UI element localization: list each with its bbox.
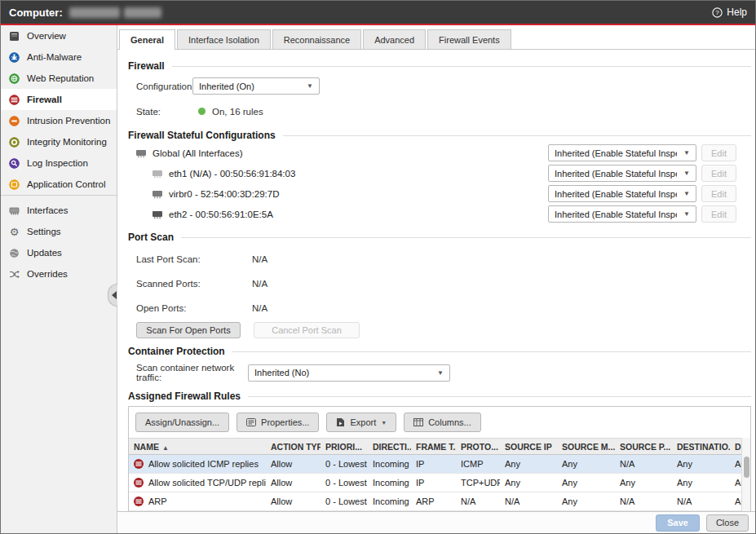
properties-label: Properties... (261, 417, 309, 427)
sidebar-item-integrity-monitoring[interactable]: Integrity Monitoring (1, 131, 117, 152)
stateful-value: Inherited (Enable Stateful Inspection) (555, 169, 677, 179)
scrollbar-thumb[interactable] (744, 457, 749, 478)
rule-name: ARP (148, 496, 167, 506)
chevron-down-icon: ▼ (683, 149, 690, 157)
cancel-port-scan-button[interactable]: Cancel Port Scan (254, 322, 360, 338)
properties-icon (246, 417, 256, 427)
gear-icon: ⚙ (9, 227, 20, 237)
columns-button[interactable]: Columns... (404, 413, 481, 432)
firewall-section-heading: Firewall (128, 60, 751, 72)
sidebar-collapse-handle[interactable] (108, 284, 117, 307)
firewall-rule-icon (134, 478, 144, 488)
state-label: State: (136, 107, 192, 117)
column-header-source-ip[interactable]: SOURCE IP (500, 439, 557, 455)
sidebar-item-label: Log Inspection (27, 158, 88, 168)
open-ports-value: N/A (252, 303, 267, 313)
sidebar-item-label: Interfaces (27, 205, 69, 215)
svg-text:?: ? (716, 9, 720, 16)
stateful-dropdown-virbr0[interactable]: Inherited (Enable Stateful Inspection)▼ (548, 185, 696, 202)
tab-interface-isolation[interactable]: Interface Isolation (177, 29, 271, 49)
column-header-de[interactable]: DE (730, 439, 741, 455)
configuration-dropdown[interactable]: Inherited (On) ▼ (192, 77, 320, 95)
section-title: Firewall Stateful Configurations (128, 130, 276, 141)
window-title: Computer: (9, 7, 63, 19)
table-vertical-scrollbar[interactable] (741, 438, 750, 511)
stateful-value: Inherited (Enable Stateful Inspection) (555, 148, 677, 158)
port-scan-section-heading: Port Scan (128, 232, 751, 243)
sidebar-item-label: Updates (27, 248, 62, 258)
edit-button-eth1[interactable]: Edit (701, 165, 736, 182)
stateful-row-label: virbr0 - 52:54:00:3D:29:7D (169, 189, 280, 199)
last-port-scan-label: Last Port Scan: (136, 254, 252, 264)
configuration-label: Configuration: (136, 82, 192, 91)
chevron-down-icon: ▼ (683, 210, 690, 218)
column-header-frame-type[interactable]: FRAME T... (411, 439, 456, 455)
save-button[interactable]: Save (656, 514, 700, 532)
sidebar-item-overrides[interactable]: Overrides (1, 263, 117, 285)
tab-advanced[interactable]: Advanced (363, 29, 426, 49)
sidebar-item-application-control[interactable]: Application Control (1, 174, 117, 195)
stateful-value: Inherited (Enable Stateful Inspection) (555, 210, 677, 219)
sidebar-item-updates[interactable]: Updates (1, 242, 117, 263)
container-traffic-dropdown[interactable]: Inherited (No) ▼ (248, 364, 450, 382)
section-title: Assigned Firewall Rules (128, 391, 241, 402)
column-header-priority[interactable]: PRIORI... (321, 439, 368, 455)
chevron-down-icon: ▼ (307, 82, 313, 90)
globe-icon (9, 73, 20, 84)
firewall-icon (9, 95, 20, 105)
sidebar-item-label: Anti-Malware (27, 52, 82, 62)
sidebar-item-overview[interactable]: Overview (1, 25, 117, 46)
chevron-down-icon: ▼ (683, 190, 690, 197)
column-header-source-mac[interactable]: SOURCE M... (557, 439, 615, 455)
network-global-icon (135, 148, 147, 158)
sidebar-item-firewall[interactable]: Firewall (1, 89, 117, 110)
intrusion-icon (9, 116, 20, 126)
sidebar-item-log-inspection[interactable]: Log Inspection (1, 152, 117, 174)
properties-button[interactable]: Properties... (237, 413, 319, 432)
tab-general[interactable]: General (119, 29, 175, 50)
sidebar-item-anti-malware[interactable]: Anti-Malware (1, 46, 117, 68)
stateful-value: Inherited (Enable Stateful Inspection) (555, 189, 677, 199)
column-header-direction[interactable]: DIRECTI... (368, 439, 411, 455)
column-header-name[interactable]: NAME▲ (129, 439, 266, 455)
sidebar-item-interfaces[interactable]: Interfaces (1, 200, 117, 221)
sidebar-item-web-reputation[interactable]: Web Reputation (1, 68, 117, 89)
column-header-protocol[interactable]: PROTO... (456, 439, 500, 455)
sidebar-item-intrusion-prevention[interactable]: Intrusion Prevention (1, 110, 117, 131)
close-button[interactable]: Close (706, 514, 749, 532)
rules-toolbar: Assign/Unassign... Properties... Export … (129, 407, 750, 438)
edit-button-virbr0[interactable]: Edit (701, 185, 736, 202)
table-row[interactable]: Allow solicited ICMP replies Allow0 - Lo… (129, 455, 741, 474)
sidebar-item-settings[interactable]: ⚙ Settings (1, 221, 117, 242)
section-title: Container Protection (128, 346, 225, 357)
firewall-rules-table: NAME▲ ACTION TYP... PRIORI... DIRECTI...… (129, 438, 741, 511)
sidebar-item-label: Intrusion Prevention (27, 116, 110, 126)
stateful-dropdown-eth2[interactable]: Inherited (Enable Stateful Inspection)▼ (548, 205, 696, 223)
sidebar-item-label: Overview (27, 31, 66, 41)
sidebar-item-label: Settings (27, 227, 61, 236)
table-row[interactable]: ARP Allow0 - LowestIncomingARPN/AN/AAnyN… (129, 492, 741, 511)
scan-open-ports-button[interactable]: Scan For Open Ports (136, 322, 241, 338)
help-link[interactable]: ? Help (712, 7, 747, 18)
column-header-action-type[interactable]: ACTION TYP... (266, 439, 321, 455)
firewall-rules-panel: Assign/Unassign... Properties... Export … (128, 406, 751, 511)
stateful-dropdown-global[interactable]: Inherited (Enable Stateful Inspection)▼ (548, 144, 696, 161)
assign-unassign-button[interactable]: Assign/Unassign... (135, 413, 229, 432)
column-header-source-port[interactable]: SOURCE P... (615, 439, 672, 455)
stateful-dropdown-eth1[interactable]: Inherited (Enable Stateful Inspection)▼ (548, 165, 696, 182)
firewall-rule-icon (134, 496, 144, 506)
footer-bar: Save Close (117, 511, 755, 533)
table-row[interactable]: DHCP Server Force Allow0 - NormalIncomin… (129, 511, 741, 512)
magnifier-icon (9, 158, 20, 169)
edit-button-eth2[interactable]: Edit (701, 205, 736, 223)
rule-name: Allow solicited TCP/UDP replies (148, 478, 266, 488)
tab-firewall-events[interactable]: Firewall Events (427, 29, 511, 49)
column-header-destination[interactable]: DESTINATIO... (672, 439, 730, 455)
tab-reconnaissance[interactable]: Reconnaissance (272, 29, 361, 49)
export-button[interactable]: Export ▼ (326, 413, 396, 432)
network-interface-icon (152, 169, 163, 179)
network-interface-icon (152, 210, 163, 219)
table-row[interactable]: Allow solicited TCP/UDP replies Allow0 -… (129, 474, 741, 492)
chevron-down-icon: ▼ (437, 369, 444, 377)
edit-button-global[interactable]: Edit (701, 144, 736, 161)
